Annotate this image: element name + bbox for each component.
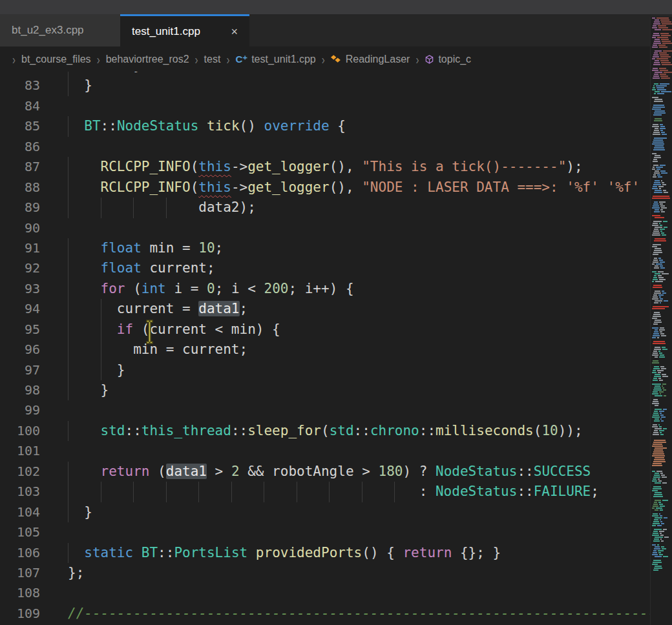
line-number[interactable]: 103 xyxy=(0,482,40,502)
code-line-97[interactable]: 97 } xyxy=(0,360,672,380)
close-icon[interactable]: × xyxy=(231,26,238,37)
token: :: xyxy=(101,118,117,134)
line-number[interactable]: 108 xyxy=(0,583,40,603)
line-number[interactable]: 94 xyxy=(0,299,40,319)
minimap-line xyxy=(651,322,672,323)
code-line-95[interactable]: 95 if (current < min) { xyxy=(0,320,672,340)
code-line-101[interactable]: 101 xyxy=(0,441,672,461)
token: static xyxy=(84,545,133,560)
tab-bt-u2-ex3[interactable]: bt_u2_ex3.cpp xyxy=(0,14,120,46)
code-line-98[interactable]: 98 } xyxy=(0,380,672,400)
code-line-89[interactable]: 89 data2); xyxy=(0,198,672,218)
minimap-line xyxy=(651,523,672,524)
line-number[interactable]: 83 xyxy=(0,76,40,96)
line-number[interactable]: 90 xyxy=(0,218,40,238)
code-text: float min = 10; xyxy=(68,238,223,258)
line-number[interactable]: 98 xyxy=(0,380,40,400)
code-line-93[interactable]: 93 for (int i = 0; i < 200; i++) { xyxy=(0,279,672,299)
breadcrumb-item-topic-c[interactable]: topic_c xyxy=(425,54,471,65)
code-line-103[interactable]: 103 : NodeStatus::FAILURE; xyxy=(0,482,672,502)
code-line-106[interactable]: 106 static BT::PortsList providedPorts()… xyxy=(0,543,672,563)
line-number[interactable]: 96 xyxy=(0,340,40,360)
code-line-96[interactable]: 96 min = current; xyxy=(0,340,672,360)
code-line-86[interactable]: 86 xyxy=(0,137,672,157)
code-line-83[interactable]: 83 } xyxy=(0,76,672,96)
breadcrumb-label: ReadingLaser xyxy=(346,54,410,65)
line-number[interactable]: 104 xyxy=(0,502,40,522)
code-line-99[interactable]: 99 xyxy=(0,400,672,420)
code-line-85[interactable]: 85 BT::NodeStatus tick() override { xyxy=(0,116,672,136)
line-number[interactable]: 107 xyxy=(0,563,40,583)
line-number[interactable]: 105 xyxy=(0,522,40,542)
minimap-line xyxy=(651,211,672,212)
code-line-104[interactable]: 104 } xyxy=(0,502,672,522)
token: tick xyxy=(207,118,240,134)
line-number[interactable]: 85 xyxy=(0,116,40,136)
breadcrumb-item-test-unit1-cpp[interactable]: C⁺test_unit1.cpp xyxy=(235,54,315,65)
code-line-88[interactable]: 88 RCLCPP_INFO(this->get_logger(), "NODE… xyxy=(0,178,672,198)
minimap[interactable] xyxy=(650,17,672,625)
breadcrumb-item-behaviortree-ros2[interactable]: behaviortree_ros2 xyxy=(106,54,189,65)
token: get_logger xyxy=(247,159,329,174)
minimap-line xyxy=(651,188,672,189)
token: NodeStatus xyxy=(436,484,517,499)
minimap-line xyxy=(651,258,672,259)
line-number[interactable]: 88 xyxy=(0,178,40,198)
code-line-105[interactable]: 105 xyxy=(0,522,672,542)
code-line-108[interactable]: 108 xyxy=(0,583,672,603)
token: > xyxy=(207,464,231,479)
minimap-line xyxy=(651,513,672,515)
minimap-line xyxy=(651,428,672,429)
line-number[interactable]: 100 xyxy=(0,421,40,441)
line-number[interactable]: 93 xyxy=(0,279,40,299)
code-text: //--------------------------------------… xyxy=(68,604,656,624)
code-line-92[interactable]: 92 float current; xyxy=(0,258,672,278)
minimap-line xyxy=(651,415,672,416)
token: std xyxy=(101,423,125,438)
minimap-line xyxy=(651,130,672,131)
line-number[interactable]: 87 xyxy=(0,157,40,177)
token: SUCCESS xyxy=(534,464,591,479)
minimap-line xyxy=(651,391,672,393)
line-number[interactable]: 91 xyxy=(0,238,40,258)
line-number[interactable]: 95 xyxy=(0,320,40,340)
line-number[interactable]: 109 xyxy=(0,604,40,624)
token: min = xyxy=(142,240,199,256)
minimap-line xyxy=(651,535,672,536)
line-number[interactable]: 102 xyxy=(0,462,40,482)
minimap-line xyxy=(651,159,672,160)
minimap-line xyxy=(651,19,672,21)
line-number[interactable]: 99 xyxy=(0,400,40,420)
code-line-84[interactable]: 84 xyxy=(0,96,672,116)
minimap-line xyxy=(651,480,672,482)
breadcrumb-item-readinglaser[interactable]: ReadingLaser xyxy=(331,54,410,65)
token: } xyxy=(68,362,125,378)
line-number[interactable]: 101 xyxy=(0,441,40,461)
minimap-line xyxy=(651,254,672,255)
minimap-line xyxy=(651,500,672,501)
token: override xyxy=(264,118,330,134)
line-number[interactable]: 92 xyxy=(0,258,40,278)
breadcrumb-item-test[interactable]: test xyxy=(204,54,221,65)
line-number[interactable]: 106 xyxy=(0,543,40,563)
minimap-line xyxy=(651,323,672,325)
breadcrumb-item-bt-course-files[interactable]: bt_course_files xyxy=(21,54,91,65)
code-line-90[interactable]: 90 xyxy=(0,218,672,238)
minimap-line xyxy=(651,223,672,224)
line-number[interactable]: 84 xyxy=(0,96,40,116)
line-number[interactable]: 89 xyxy=(0,198,40,218)
code-line-91[interactable]: 91 float min = 10; xyxy=(0,238,672,258)
minimap-line xyxy=(651,482,672,484)
symbol-method-icon xyxy=(425,54,434,65)
minimap-line xyxy=(651,267,672,269)
code-line-102[interactable]: 102 return (data1 > 2 && robotAngle > 18… xyxy=(0,462,672,482)
code-line-87[interactable]: 87 RCLCPP_INFO(this->get_logger(), "This… xyxy=(0,157,672,177)
code-line-94[interactable]: 94 current = data1; xyxy=(0,299,672,319)
code-line-107[interactable]: 107}; xyxy=(0,563,672,583)
line-number[interactable]: 97 xyxy=(0,360,40,380)
code-line-100[interactable]: 100 std::this_thread::sleep_for(std::chr… xyxy=(0,421,672,441)
code-line-109[interactable]: 109//-----------------------------------… xyxy=(0,604,672,624)
tab-test-unit1[interactable]: test_unit1.cpp × xyxy=(120,14,249,46)
line-number[interactable]: 86 xyxy=(0,137,40,157)
code-editor[interactable]: 82 });83 }8485 BT::NodeStatus tick() ove… xyxy=(0,56,672,625)
